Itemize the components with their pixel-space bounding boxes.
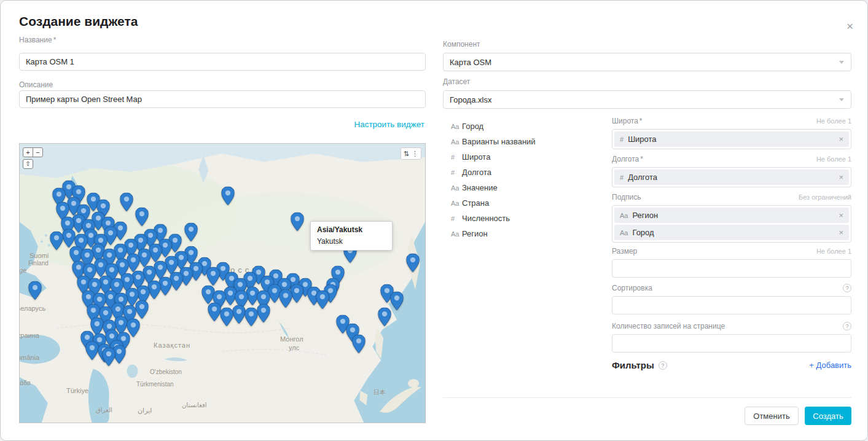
- component-select-value: Карта OSM: [450, 58, 491, 67]
- dataset-field-item[interactable]: AaВарианты названий: [451, 134, 598, 149]
- mapping-section-header: Сортировка?: [612, 283, 851, 292]
- close-icon[interactable]: ×: [846, 20, 853, 32]
- map-marker[interactable]: [28, 281, 41, 300]
- map-marker[interactable]: [407, 254, 420, 272]
- text-type-icon: Aa: [620, 229, 628, 236]
- map-marker[interactable]: [257, 304, 270, 322]
- configure-widget-link[interactable]: Настроить виджет: [354, 120, 424, 129]
- map-marker[interactable]: [208, 303, 221, 321]
- required-asterisk: *: [53, 36, 57, 44]
- lat-field[interactable]: #Широта×: [612, 129, 851, 149]
- field-chip-label: Регион: [632, 211, 658, 220]
- description-input[interactable]: [19, 90, 426, 108]
- help-icon[interactable]: ?: [843, 284, 851, 292]
- map-marker[interactable]: [316, 291, 329, 309]
- dataset-field-label: Широта: [462, 152, 490, 162]
- dataset-select[interactable]: Города.xlsx: [443, 90, 851, 109]
- dataset-field-label: Долгота: [462, 168, 491, 177]
- dataset-field-label: Регион: [462, 229, 488, 238]
- dataset-field-label: Город: [462, 122, 483, 131]
- map-marker[interactable]: [102, 348, 115, 366]
- cancel-button[interactable]: Отменить: [745, 407, 799, 425]
- field-chip-label: Город: [632, 228, 654, 237]
- field-chip[interactable]: #Широта×: [614, 131, 849, 147]
- map-marker[interactable]: [136, 208, 149, 226]
- zoom-out-button[interactable]: −: [33, 147, 43, 157]
- map-marker[interactable]: [120, 192, 133, 211]
- remove-chip-icon[interactable]: ×: [839, 135, 843, 144]
- map-marker[interactable]: [148, 281, 161, 299]
- map-marker[interactable]: [290, 284, 303, 303]
- map-marker[interactable]: [232, 305, 245, 324]
- create-button[interactable]: Создать: [805, 407, 851, 425]
- remove-chip-icon[interactable]: ×: [839, 228, 843, 237]
- component-select[interactable]: Карта OSM: [443, 53, 851, 71]
- mapping-hint: Без ограничений: [799, 193, 851, 201]
- dataset-field-item[interactable]: AaСтрана: [451, 195, 598, 211]
- mapping-section-header: Долгота *Не более 1: [612, 154, 851, 163]
- dataset-field-label: Страна: [462, 198, 489, 208]
- map-marker[interactable]: [279, 289, 292, 308]
- help-icon[interactable]: ?: [659, 361, 667, 370]
- caption-field[interactable]: AaРегион×AaГород×: [612, 205, 851, 243]
- help-icon[interactable]: ?: [843, 322, 851, 330]
- fit-extent-button[interactable]: ⇧: [23, 159, 33, 169]
- map-marker[interactable]: [221, 186, 234, 205]
- number-type-icon: #: [620, 136, 624, 143]
- dialog-title: Создание виджета: [19, 14, 138, 29]
- map-marker[interactable]: [62, 229, 75, 248]
- sort-icon[interactable]: ⇅: [404, 150, 409, 157]
- size-input[interactable]: [612, 259, 851, 278]
- map-marker[interactable]: [185, 223, 198, 241]
- text-type-icon: Aa: [451, 123, 462, 130]
- map-marker[interactable]: [85, 341, 98, 360]
- remove-chip-icon[interactable]: ×: [839, 211, 843, 220]
- field-chip[interactable]: #Долгота×: [614, 170, 849, 185]
- field-chip[interactable]: AaГород×: [614, 225, 849, 240]
- required-asterisk: *: [639, 117, 643, 125]
- dataset-field-item[interactable]: #Численность: [451, 211, 598, 226]
- map-marker[interactable]: [149, 244, 162, 262]
- map-marker[interactable]: [50, 232, 63, 250]
- name-label: Название*: [19, 36, 56, 44]
- add-filter-button[interactable]: + Добавить: [809, 361, 851, 370]
- mapping-label: Долгота: [612, 155, 639, 163]
- dataset-field-item[interactable]: AaЗначение: [451, 180, 598, 195]
- mapping-sections: Широта *Не более 1#Широта×Долгота *Не бо…: [612, 116, 851, 374]
- mapping-section-lon: Долгота *Не более 1#Долгота×: [612, 154, 851, 187]
- page-size-input[interactable]: [612, 334, 851, 353]
- filters-label: Фильтры: [612, 360, 654, 370]
- dataset-field-item[interactable]: #Долгота: [451, 165, 598, 180]
- name-label-text: Название: [19, 36, 52, 44]
- map-marker[interactable]: [391, 292, 404, 310]
- kebab-menu-icon[interactable]: ⋮: [412, 150, 418, 157]
- remove-chip-icon[interactable]: ×: [839, 173, 843, 182]
- name-input[interactable]: [19, 53, 426, 71]
- sort-input[interactable]: [612, 296, 851, 314]
- map-marker[interactable]: [291, 213, 303, 231]
- map-marker[interactable]: [159, 277, 172, 295]
- dataset-field-item[interactable]: #Широта: [451, 149, 598, 165]
- required-asterisk: *: [640, 155, 643, 163]
- map-marker[interactable]: [353, 334, 366, 353]
- lon-field[interactable]: #Долгота×: [612, 167, 851, 187]
- mapping-label: Сортировка: [612, 284, 652, 292]
- osm-map[interactable]: SuomiFinlandSverigeБеларусьУкраинаRomâni…: [19, 143, 426, 423]
- mapping-section-header: Количество записей на странице?: [612, 321, 851, 330]
- map-marker[interactable]: [244, 307, 257, 326]
- mapping-label: Размер: [612, 247, 637, 256]
- zoom-in-button[interactable]: +: [23, 147, 33, 157]
- map-marker[interactable]: [220, 307, 233, 326]
- map-marker[interactable]: [127, 254, 140, 272]
- dataset-field-item[interactable]: AaРегион: [451, 226, 598, 241]
- mapping-section-caption: ПодписьБез ограниченийAaРегион×AaГород×: [612, 192, 851, 243]
- dataset-field-item[interactable]: AaГород: [451, 119, 598, 134]
- map-marker[interactable]: [170, 272, 183, 291]
- map-marker[interactable]: [207, 267, 220, 286]
- map-marker[interactable]: [136, 300, 149, 319]
- field-chip-label: Долгота: [628, 173, 657, 182]
- dataset-field-label: Численность: [462, 214, 510, 223]
- map-marker[interactable]: [378, 307, 391, 326]
- field-chip[interactable]: AaРегион×: [614, 208, 849, 223]
- map-marker[interactable]: [138, 249, 151, 267]
